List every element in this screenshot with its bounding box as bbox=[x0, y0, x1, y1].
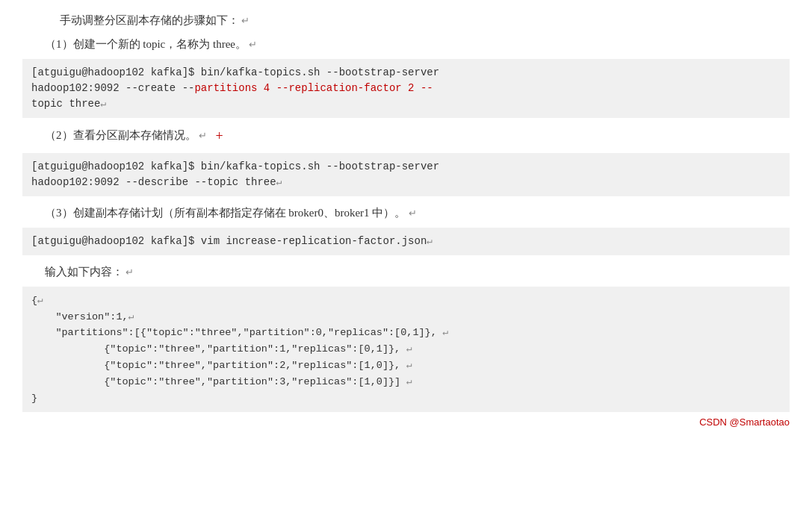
json-code-block: {↵ "version":1,↵ "partitions":[{"topic":… bbox=[22, 287, 790, 412]
plus-icon: + bbox=[216, 125, 223, 147]
step2-label: （2）查看分区副本存储情况。 ↵ + bbox=[45, 125, 790, 147]
intro-text: 手动调整分区副本存储的步骤如下： ↵ bbox=[60, 13, 790, 28]
step1-code-block: [atguigu@hadoop102 kafka]$ bin/kafka-top… bbox=[22, 59, 790, 118]
input-label: 输入如下内容： ↵ bbox=[45, 263, 790, 281]
step3-code-block: [atguigu@hadoop102 kafka]$ vim increase-… bbox=[22, 228, 790, 255]
step2-code-block: [atguigu@hadoop102 kafka]$ bin/kafka-top… bbox=[22, 153, 790, 196]
newline-arrow: ↵ bbox=[239, 15, 250, 26]
step1-label: （1）创建一个新的 topic，名称为 three。 ↵ bbox=[45, 35, 790, 53]
watermark: CSDN @Smartaotao bbox=[22, 416, 790, 428]
step3-label: （3）创建副本存储计划（所有副本都指定存储在 broker0、broker1 中… bbox=[45, 204, 790, 222]
